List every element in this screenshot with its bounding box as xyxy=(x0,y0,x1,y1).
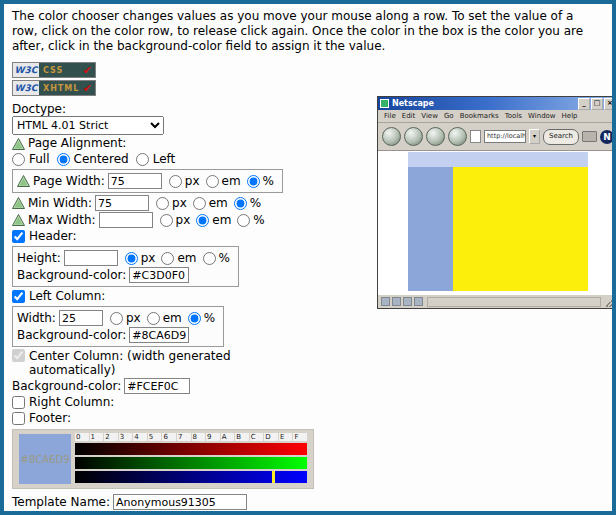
pct-unit-label: % xyxy=(250,196,261,211)
w3c-css-badge[interactable]: W3C CSS ✔ xyxy=(12,62,96,78)
em-unit-label: em xyxy=(209,196,228,211)
em-unit-label: em xyxy=(212,213,231,228)
hex-scale: 0 1 2 3 4 5 6 7 8 9 A B C D E F xyxy=(75,433,307,441)
header-bg-input[interactable] xyxy=(129,267,189,283)
forward-icon xyxy=(404,127,423,146)
hex-tick: F xyxy=(293,433,307,441)
pct-unit-label: % xyxy=(253,213,264,228)
back-icon xyxy=(382,127,401,146)
netscape-logo-icon: N xyxy=(600,130,614,144)
footer-label: Footer: xyxy=(29,411,71,426)
max-width-pct-radio[interactable] xyxy=(237,214,250,227)
center-column-label: Center Column: (width generated automati… xyxy=(29,349,247,377)
left-width-pct-radio[interactable] xyxy=(188,312,201,325)
align-full-radio[interactable] xyxy=(12,153,25,166)
header-height-label: Height: xyxy=(17,251,61,266)
pct-unit-label: % xyxy=(204,311,215,326)
badge-label: CSS xyxy=(39,63,80,77)
pct-unit-label: % xyxy=(263,174,274,189)
template-name-row: Template Name: xyxy=(12,494,602,510)
warning-icon xyxy=(12,138,25,150)
template-name-input[interactable] xyxy=(113,494,247,510)
swatch-hex-label: #8CA6D9 xyxy=(21,454,70,465)
check-icon: ✔ xyxy=(80,63,95,77)
px-unit-label: px xyxy=(126,311,141,326)
minimize-icon: _ xyxy=(578,98,590,110)
menu-help: Help xyxy=(562,112,578,120)
preview-header-block xyxy=(408,152,588,167)
hex-tick: 6 xyxy=(162,433,176,441)
header-bg-label: Background-color: xyxy=(17,268,126,283)
left-bg-input[interactable] xyxy=(129,327,189,343)
stop-icon xyxy=(448,127,467,146)
min-width-pct-radio[interactable] xyxy=(234,197,247,210)
preview-titlebar: Netscape _ □ × xyxy=(378,97,616,110)
color-scales: 0 1 2 3 4 5 6 7 8 9 A B C D E F xyxy=(75,433,307,485)
preview-left-column-block xyxy=(408,167,453,291)
red-gradient-row[interactable] xyxy=(75,443,307,455)
align-left-radio[interactable] xyxy=(136,153,149,166)
em-unit-label: em xyxy=(222,174,241,189)
hex-tick: E xyxy=(279,433,293,441)
left-width-label: Width: xyxy=(17,311,56,326)
max-width-label: Max Width: xyxy=(28,213,96,228)
green-gradient-row[interactable] xyxy=(75,457,307,469)
menu-go: Go xyxy=(444,112,454,120)
page-width-em-radio[interactable] xyxy=(206,175,219,188)
footer-checkbox[interactable] xyxy=(12,412,25,425)
hex-tick: 9 xyxy=(206,433,220,441)
hex-tick: A xyxy=(221,433,235,441)
min-width-px-radio[interactable] xyxy=(156,197,169,210)
hex-tick: B xyxy=(235,433,249,441)
page-width-pct-radio[interactable] xyxy=(247,175,260,188)
max-width-em-radio[interactable] xyxy=(196,214,209,227)
menu-window: Window xyxy=(528,112,556,120)
header-height-input[interactable] xyxy=(64,250,118,266)
left-width-em-radio[interactable] xyxy=(147,312,160,325)
em-unit-label: em xyxy=(177,251,196,266)
url-bar: http://localhost/testpages/anonlayouts/v… xyxy=(484,130,526,143)
preview-menubar: File Edit View Go Bookmarks Tools Window… xyxy=(378,110,616,123)
w3c-xhtml-badge[interactable]: W3C XHTML ✔ xyxy=(12,80,96,96)
preview-layout-band xyxy=(408,152,588,291)
header-height-pct-radio[interactable] xyxy=(203,252,216,265)
right-column-checkbox[interactable] xyxy=(12,396,25,409)
page-width-px-radio[interactable] xyxy=(169,175,182,188)
center-bg-label: Background-color: xyxy=(12,379,121,394)
url-dropdown-icon: ▾ xyxy=(529,129,540,144)
preview-statusbar xyxy=(378,294,616,308)
left-width-px-radio[interactable] xyxy=(110,312,123,325)
hex-tick: 5 xyxy=(148,433,162,441)
warning-icon xyxy=(12,214,25,226)
header-height-em-radio[interactable] xyxy=(161,252,174,265)
hex-tick: 4 xyxy=(133,433,147,441)
header-height-px-radio[interactable] xyxy=(125,252,138,265)
status-icon xyxy=(381,297,390,306)
align-centered-radio[interactable] xyxy=(57,153,70,166)
min-width-em-radio[interactable] xyxy=(193,197,206,210)
left-column-checkbox[interactable] xyxy=(12,290,25,303)
min-width-input[interactable] xyxy=(95,195,149,211)
template-name-label: Template Name: xyxy=(12,495,110,510)
window-icon xyxy=(380,99,389,108)
align-centered-label: Centered xyxy=(74,152,129,167)
doctype-select[interactable]: HTML 4.01 Strict xyxy=(12,116,164,135)
center-bg-input[interactable] xyxy=(124,378,190,394)
px-unit-label: px xyxy=(185,174,200,189)
layout-generator-page: The color chooser changes values as you … xyxy=(0,0,616,515)
color-swatch: #8CA6D9 xyxy=(19,434,71,484)
max-width-input[interactable] xyxy=(99,212,153,228)
center-column-toggle-row: Center Column: (width generated automati… xyxy=(12,349,247,377)
w3c-logo: W3C xyxy=(13,81,39,95)
header-checkbox[interactable] xyxy=(12,230,25,243)
left-width-input[interactable] xyxy=(59,310,103,326)
max-width-px-radio[interactable] xyxy=(160,214,173,227)
blue-gradient-row[interactable] xyxy=(75,471,307,483)
right-column-toggle-row: Right Column: xyxy=(12,395,602,410)
page-width-label: Page Width: xyxy=(33,174,105,189)
hex-tick: 7 xyxy=(177,433,191,441)
print-icon xyxy=(582,131,597,142)
px-unit-label: px xyxy=(172,196,187,211)
maximize-icon: □ xyxy=(591,98,603,110)
page-width-input[interactable] xyxy=(108,173,162,189)
